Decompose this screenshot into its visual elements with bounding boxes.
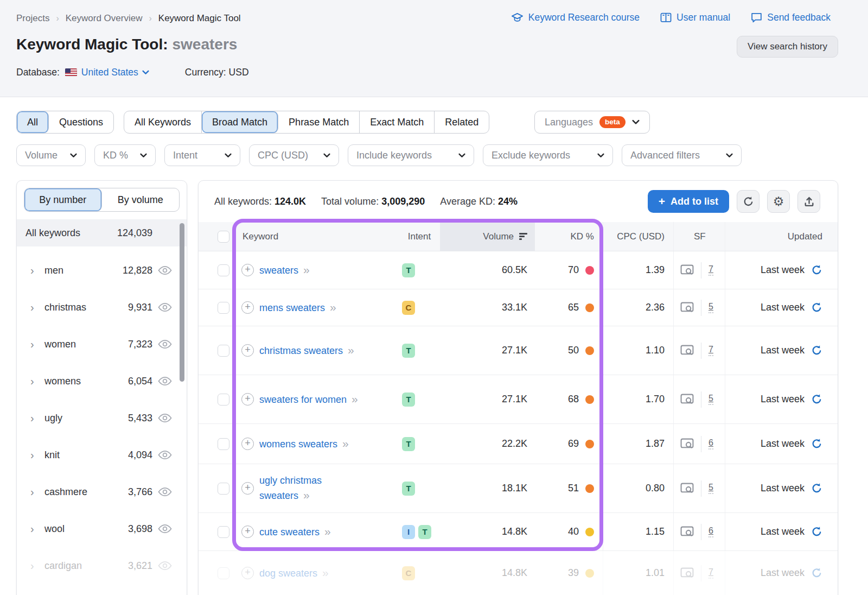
group-row-womens[interactable]: › womens 6,054 [17, 363, 187, 400]
chevron-right-icon[interactable]: › [30, 302, 44, 313]
sf-count[interactable]: 7 [709, 345, 713, 356]
col-header-sf[interactable]: SF [673, 222, 725, 251]
user-manual-link[interactable]: User manual [660, 12, 730, 23]
row-checkbox[interactable] [218, 394, 229, 406]
add-to-list-button[interactable]: +Add to list [648, 190, 729, 213]
breadcrumb-keyword-overview[interactable]: Keyword Overview [66, 13, 143, 24]
export-button[interactable] [797, 190, 820, 213]
database-selector[interactable]: United States [81, 67, 149, 78]
add-to-list-icon[interactable]: + [241, 301, 254, 314]
group-row-ugly[interactable]: › ugly 5,433 [17, 400, 187, 436]
expand-keyword-icon[interactable]: » [303, 489, 310, 501]
expand-keyword-icon[interactable]: » [330, 301, 337, 313]
serp-preview-icon[interactable] [680, 264, 694, 276]
tab-exact-match[interactable]: Exact Match [360, 111, 435, 133]
add-to-list-icon[interactable]: + [241, 264, 254, 276]
serp-preview-icon[interactable] [680, 483, 694, 494]
serp-preview-icon[interactable] [680, 526, 694, 537]
cpc-filter[interactable]: CPC (USD) [249, 144, 339, 166]
eye-icon[interactable] [158, 265, 172, 275]
refresh-metrics-icon[interactable] [811, 345, 822, 356]
tab-questions[interactable]: Questions [49, 111, 113, 133]
col-header-updated[interactable]: Updated [725, 222, 838, 251]
expand-keyword-icon[interactable]: » [303, 263, 310, 276]
row-checkbox[interactable] [218, 567, 229, 579]
volume-filter[interactable]: Volume [16, 144, 86, 166]
refresh-metrics-icon[interactable] [811, 483, 822, 494]
keyword-research-course-link[interactable]: Keyword Research course [511, 12, 640, 23]
tab-broad-match[interactable]: Broad Match [202, 111, 278, 133]
chevron-right-icon[interactable]: › [30, 523, 44, 534]
intent-filter[interactable]: Intent [164, 144, 240, 166]
all-keywords-row[interactable]: All keywords 124,039 [17, 219, 187, 246]
serp-preview-icon[interactable] [680, 438, 694, 450]
add-to-list-icon[interactable]: + [241, 344, 254, 357]
tab-phrase-match[interactable]: Phrase Match [278, 111, 360, 133]
sf-count[interactable]: 6 [709, 526, 713, 537]
keyword-link[interactable]: sweaters [259, 265, 298, 276]
keyword-link[interactable]: womens sweaters [259, 439, 337, 450]
chevron-right-icon[interactable]: › [30, 339, 44, 350]
languages-dropdown[interactable]: Languages beta [534, 111, 650, 134]
serp-preview-icon[interactable] [680, 394, 694, 405]
chevron-right-icon[interactable]: › [30, 376, 44, 387]
select-all-checkbox[interactable] [218, 231, 229, 243]
tab-all-keywords[interactable]: All Keywords [124, 111, 202, 133]
row-checkbox[interactable] [218, 483, 229, 495]
sf-count[interactable]: 5 [709, 394, 713, 405]
chevron-right-icon[interactable]: › [30, 450, 44, 460]
refresh-metrics-icon[interactable] [811, 567, 822, 579]
advanced-filters[interactable]: Advanced filters [622, 144, 742, 166]
expand-keyword-icon[interactable]: » [348, 344, 355, 356]
keyword-link[interactable]: sweaters for women [259, 394, 347, 405]
sf-count[interactable]: 6 [709, 438, 713, 450]
group-row-christmas[interactable]: › christmas 9,931 [17, 289, 187, 326]
group-row-wool[interactable]: › wool 3,698 [17, 510, 187, 547]
row-checkbox[interactable] [218, 526, 229, 538]
keyword-link[interactable]: christmas sweaters [259, 345, 343, 356]
group-row-women[interactable]: › women 7,323 [17, 326, 187, 363]
eye-icon[interactable] [158, 450, 172, 460]
col-header-cpc[interactable]: CPC (USD) [603, 222, 673, 251]
keyword-link[interactable]: dog sweaters [259, 568, 317, 579]
refresh-metrics-icon[interactable] [811, 302, 822, 313]
eye-icon[interactable] [158, 376, 172, 386]
chevron-right-icon[interactable]: › [30, 486, 44, 497]
expand-keyword-icon[interactable]: » [342, 437, 349, 450]
add-to-list-icon[interactable]: + [241, 482, 254, 495]
include-keywords-filter[interactable]: Include keywords [348, 144, 474, 166]
row-checkbox[interactable] [218, 302, 229, 314]
col-header-keyword[interactable]: Keyword [235, 222, 399, 251]
view-search-history-button[interactable]: View search history [737, 36, 838, 58]
col-header-kd[interactable]: KD % [535, 222, 603, 251]
group-row-knit[interactable]: › knit 4,094 [17, 436, 187, 473]
serp-preview-icon[interactable] [680, 345, 694, 356]
expand-keyword-icon[interactable]: » [352, 393, 359, 405]
send-feedback-link[interactable]: Send feedback [751, 12, 831, 23]
serp-preview-icon[interactable] [680, 567, 694, 579]
add-to-list-icon[interactable]: + [241, 526, 254, 538]
eye-icon[interactable] [158, 561, 172, 571]
refresh-metrics-icon[interactable] [811, 438, 822, 450]
kd-filter[interactable]: KD % [94, 144, 156, 166]
keyword-link[interactable]: ugly christmas sweaters [259, 475, 322, 501]
sf-count[interactable]: 5 [709, 302, 713, 313]
eye-icon[interactable] [158, 524, 172, 534]
refresh-metrics-icon[interactable] [811, 394, 822, 405]
eye-icon[interactable] [158, 339, 172, 349]
tab-related[interactable]: Related [435, 111, 489, 133]
exclude-keywords-filter[interactable]: Exclude keywords [483, 144, 613, 166]
chevron-right-icon[interactable]: › [30, 265, 44, 276]
chevron-right-icon[interactable]: › [30, 560, 44, 571]
keyword-link[interactable]: cute sweaters [259, 527, 320, 537]
add-to-list-icon[interactable]: + [241, 567, 254, 579]
tab-by-volume[interactable]: By volume [102, 188, 180, 211]
serp-preview-icon[interactable] [680, 302, 694, 313]
tab-all[interactable]: All [17, 111, 49, 133]
group-row-men[interactable]: › men 12,828 [17, 252, 187, 289]
group-row-cashmere[interactable]: › cashmere 3,766 [17, 473, 187, 510]
refresh-button[interactable] [737, 190, 760, 213]
col-header-intent[interactable]: Intent [399, 222, 440, 251]
eye-icon[interactable] [158, 413, 172, 423]
refresh-metrics-icon[interactable] [811, 526, 822, 537]
